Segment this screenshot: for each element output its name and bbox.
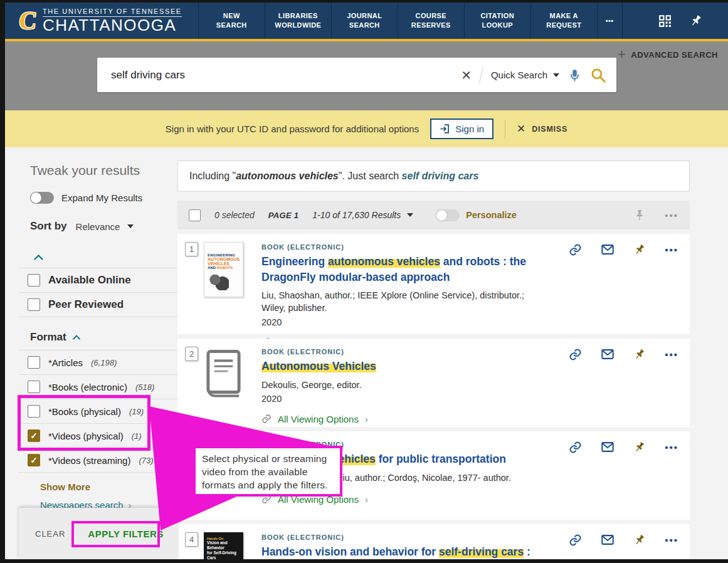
select-all-checkbox[interactable] <box>189 209 201 221</box>
permalink-icon[interactable] <box>569 534 582 547</box>
query-expansion-notice: Including "autonomous vehicles". Just se… <box>177 160 690 192</box>
result-item: 1 ENGINEERINGAUTONOMOUSVEHICLESAND ROBOT… <box>177 234 690 334</box>
result-year: 2020 <box>261 394 546 404</box>
book-cover-thumbnail[interactable]: ENGINEERINGAUTONOMOUSVEHICLESAND ROBOTS <box>204 242 243 297</box>
chevron-down-icon <box>553 73 559 77</box>
format-facet-row[interactable]: *Articles (6,198) <box>19 350 177 374</box>
personalize-toggle[interactable] <box>436 209 460 221</box>
chevron-down-icon <box>407 213 413 217</box>
search-results-area: Including "autonomous vehicles". Just se… <box>177 160 690 563</box>
facet-row[interactable]: Available Online <box>19 268 177 292</box>
header-nav-item[interactable]: MAKE A REQUEST <box>530 3 597 39</box>
collapse-section-chevron-icon[interactable] <box>34 251 177 263</box>
result-title-link[interactable]: Engineering autonomous vehicles and robo… <box>261 254 546 285</box>
top-facets-list: Available Online Peer Reviewed <box>19 268 177 317</box>
clear-search-icon[interactable]: ✕ <box>461 69 472 82</box>
pin-results-icon[interactable] <box>633 209 646 221</box>
chevron-down-icon <box>127 224 134 228</box>
results-count-dropdown[interactable]: 1-10 of 17,630 Results <box>312 210 413 220</box>
expanded-term: autonomous vehicles <box>236 171 339 181</box>
more-actions-icon[interactable]: ••• <box>665 442 678 453</box>
facet-checkbox[interactable] <box>28 356 40 369</box>
qr-code-icon[interactable] <box>657 13 673 29</box>
header-nav-item[interactable]: NEW SEARCH <box>198 3 265 39</box>
expand-results-toggle[interactable] <box>30 192 54 204</box>
result-list: 1 ENGINEERINGAUTONOMOUSVEHICLESAND ROBOT… <box>177 234 690 563</box>
format-facet-row[interactable]: *Books (physical) (19) <box>19 399 177 423</box>
window-border-bottom <box>0 559 728 563</box>
result-title-link[interactable]: Autonomous Vehicles <box>261 359 546 374</box>
sign-in-message: Sign in with your UTC ID and password fo… <box>166 124 419 134</box>
all-viewing-options-link[interactable]: All Viewing Options › <box>261 414 546 424</box>
header-nav-item[interactable]: JOURNAL SEARCH <box>331 3 398 39</box>
permalink-icon[interactable] <box>569 441 582 454</box>
book-cover-thumbnail[interactable]: Hands-OnVision and Behaviorfor Self-Driv… <box>204 532 243 563</box>
link-icon <box>261 414 272 424</box>
email-icon[interactable] <box>601 243 615 256</box>
annotation-callout: Select physical or streaming video from … <box>193 446 342 497</box>
sort-dropdown[interactable]: Relevance <box>76 221 134 232</box>
more-actions-icon[interactable]: ••• <box>665 210 678 221</box>
facet-checkbox[interactable] <box>28 405 40 418</box>
facet-checkbox[interactable] <box>28 274 40 287</box>
format-facet-row[interactable]: ✓ *Videos (streaming) (73) <box>19 448 177 472</box>
result-authors: Dekoulis, George, editor. <box>261 379 546 391</box>
advanced-search-link[interactable]: + ADVANCED SEARCH <box>618 48 718 61</box>
more-actions-icon[interactable]: ••• <box>665 245 678 255</box>
divider <box>479 67 483 83</box>
voice-search-icon[interactable] <box>569 68 581 83</box>
search-input[interactable] <box>110 68 461 82</box>
facet-row[interactable]: Peer Reviewed <box>19 293 177 317</box>
close-icon: ✕ <box>517 122 526 135</box>
email-icon[interactable] <box>601 347 615 361</box>
utc-power-c-logo-icon: C <box>18 8 38 33</box>
facet-checkbox[interactable] <box>28 298 40 311</box>
pin-favorites-icon[interactable] <box>689 14 703 28</box>
header-nav-item[interactable]: COURSE RESERVES <box>398 3 464 39</box>
search-scope-dropdown[interactable]: Quick Search <box>491 70 559 80</box>
email-icon[interactable] <box>601 533 615 547</box>
dismiss-button[interactable]: ✕ DISMISS <box>517 122 567 135</box>
resource-type-label: BOOK (ELECTRONIC) <box>261 243 546 251</box>
format-facet-row[interactable]: ✓ *Videos (physical) (1) <box>19 424 177 448</box>
apply-filters-button[interactable]: APPLY FILTERS <box>88 529 163 539</box>
more-actions-icon[interactable]: ••• <box>665 535 678 545</box>
facet-checkbox[interactable] <box>28 381 40 393</box>
original-query-link[interactable]: self driving cars <box>402 171 479 181</box>
search-submit-icon[interactable] <box>590 67 606 83</box>
more-actions-icon[interactable]: ••• <box>665 349 678 360</box>
pin-item-icon[interactable] <box>633 348 646 360</box>
email-icon[interactable] <box>601 440 615 454</box>
top-navigation-bar: C THE UNIVERSITY OF TENNESSEE CHATTANOOG… <box>5 3 728 39</box>
show-more-link[interactable]: Show More <box>40 481 177 492</box>
format-facet-row[interactable]: *Books (electronic) (518) <box>19 375 177 399</box>
book-cover-thumbnail[interactable] <box>204 347 243 402</box>
resource-type-label: BOOK (ELECTRONIC) <box>261 348 546 355</box>
facet-checkbox[interactable]: ✓ <box>28 454 40 466</box>
pin-item-icon[interactable] <box>633 243 646 256</box>
sign-in-banner: Sign in with your UTC ID and password fo… <box>5 110 728 147</box>
logo-chattanooga-line: CHATTANOOGA <box>43 17 182 34</box>
format-section-heading[interactable]: Format <box>30 331 177 344</box>
utc-logo[interactable]: C THE UNIVERSITY OF TENNESSEE CHATTANOOG… <box>5 3 198 39</box>
header-nav-item[interactable]: CITATION LOOKUP <box>464 3 530 39</box>
window-border-top <box>0 0 728 3</box>
personalize-control[interactable]: Personalize <box>436 209 517 221</box>
sign-in-button[interactable]: Sign in <box>430 118 493 139</box>
result-number-badge: 4 <box>185 532 198 547</box>
refine-results-sidebar: Tweak your results Expand My Results Sor… <box>19 160 177 545</box>
format-facets-list: *Articles (6,198) *Books (electronic) (5… <box>19 350 177 473</box>
chevron-up-icon <box>73 335 80 340</box>
selected-count: 0 selected <box>214 210 255 220</box>
header-nav-item[interactable]: ••• <box>597 3 623 39</box>
sidebar-title: Tweak your results <box>30 163 177 178</box>
clear-filters-button[interactable]: CLEAR <box>35 529 65 539</box>
header-nav: NEW SEARCH LIBRARIES WORLDWIDE JOURNAL S… <box>198 3 623 39</box>
sort-by-label: Sort by <box>30 220 67 233</box>
pin-item-icon[interactable] <box>633 534 646 546</box>
permalink-icon[interactable] <box>569 243 582 256</box>
header-nav-item[interactable]: LIBRARIES WORLDWIDE <box>265 3 331 39</box>
pin-item-icon[interactable] <box>633 441 646 453</box>
facet-checkbox[interactable]: ✓ <box>28 429 40 442</box>
permalink-icon[interactable] <box>569 348 582 361</box>
